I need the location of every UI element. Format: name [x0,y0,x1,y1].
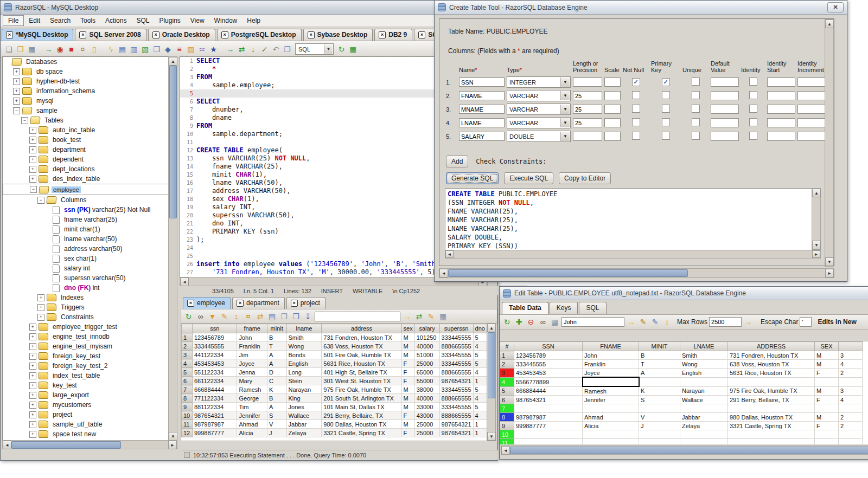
close-tab-icon[interactable]: × [187,300,194,307]
tree-vscrollbar[interactable]: ▲ ▼ [168,56,177,441]
cell[interactable]: K [639,386,680,396]
tree-item-space-test-new[interactable]: +space test new [3,429,169,439]
cell[interactable] [583,404,639,413]
tree-item-salary-int[interactable]: salary int [3,263,169,273]
result-row-8[interactable]: 8771122334GeorgeBKing201 South St, Arlin… [182,394,487,403]
edit-row-11[interactable]: 11 [500,439,863,445]
cell[interactable]: 333445555 [439,385,473,394]
filter-results-icon[interactable]: ▼ [207,311,218,321]
cell[interactable]: M [815,413,839,422]
cell[interactable] [815,439,839,445]
cell[interactable]: Joyce [583,369,639,378]
length-input[interactable] [573,118,602,127]
expand-icon[interactable]: + [29,127,36,134]
cell[interactable]: 980 Dallas, Houston TX [728,413,815,422]
cell[interactable]: 291 Berry, Bellaire, TX [728,396,815,404]
cell[interactable]: M [401,403,414,411]
refresh-icon[interactable]: ↻ [502,317,512,327]
tree-item-ssn-pk-[interactable]: ssn (PK) varchar(25) Not Null [3,205,169,215]
identity-increment-input[interactable] [797,118,828,127]
cell[interactable]: Jabbar [680,413,728,422]
results-table-icon[interactable]: ▦ [348,44,358,54]
conn-tab-sql-server-2008[interactable]: ×SQL Server 2008 [75,29,146,41]
identity-start-input[interactable] [767,77,795,87]
scroll-right-arrow[interactable]: ► [812,250,820,258]
cell[interactable]: Ramesh [237,385,267,394]
fetch-down-icon[interactable]: ↓ [248,44,258,54]
save-edits-icon[interactable]: ▦ [550,317,560,327]
cell[interactable]: 551122334 [192,368,237,377]
default-value-input[interactable] [711,132,739,141]
cell[interactable]: A [639,369,680,378]
cell[interactable]: 5631 Rice, Houston TX [322,359,401,368]
row-number[interactable]: 2 [182,342,193,351]
generate-sql-button[interactable]: Generate SQL [446,172,499,184]
cell[interactable]: 40000 [414,394,439,403]
result-col-fname[interactable]: fname [237,324,267,333]
cell[interactable]: B [639,351,680,360]
close-tab-icon[interactable]: × [221,31,228,38]
connection-key-icon[interactable]: ¤ [78,44,88,54]
create-dialog-titlebar[interactable]: Create Table Tool - RazorSQL Database En… [435,1,847,15]
row-number[interactable]: 3 [182,351,193,359]
cell[interactable] [839,377,863,386]
cell[interactable] [815,430,839,439]
cell[interactable]: Smith [286,333,322,342]
lightning-icon[interactable]: ϟ [106,44,116,54]
sort-rows-icon[interactable]: ↕ [231,311,241,321]
identity-checkbox[interactable] [749,105,757,113]
cell[interactable] [583,430,639,439]
cell[interactable]: 987654321 [439,420,473,429]
menu-sql[interactable]: SQL [131,16,154,25]
row-number[interactable]: 3 [500,369,514,378]
close-tab-icon[interactable]: × [152,31,159,38]
results-vscrollbar[interactable]: ▲ ▼ [487,323,496,441]
cell[interactable]: 2 [839,369,863,378]
expand-icon[interactable]: + [29,421,36,428]
default-value-input[interactable] [711,105,739,114]
menu-window[interactable]: Window [209,16,242,25]
edit-cell-icon[interactable]: ✎ [219,311,229,321]
cell[interactable]: Ramesh [583,386,639,396]
connect-db-icon[interactable]: → [43,44,54,54]
execute-forward-icon[interactable]: → [225,44,235,54]
cell[interactable] [728,377,815,386]
cell[interactable]: 5 [473,359,487,368]
cell[interactable]: Tim [237,403,267,411]
column-name-input[interactable] [459,91,505,100]
cell[interactable]: 731 Fondren, Houston TX [322,333,401,342]
cell[interactable]: 666884444 [514,386,583,396]
result-row-2[interactable]: 2333445555FranklinTWong638 Voss, Houston… [182,342,487,351]
identity-checkbox[interactable] [749,91,757,99]
result-grid[interactable]: ssnfnameminitlnameaddresssexsalarysupers… [181,324,487,437]
cell[interactable]: 301 West St. Houston TX [322,377,401,385]
export-results-icon[interactable]: ↧ [303,311,313,321]
cell[interactable]: K [267,385,286,394]
primary-key-checkbox[interactable] [662,91,670,99]
row-number[interactable]: 8 [182,394,193,403]
cell[interactable]: 980 Dallas, Houston TX [322,420,401,429]
primary-key-checkbox[interactable] [662,118,670,126]
cell[interactable] [839,404,863,413]
query-builder-icon[interactable]: ▨ [186,44,196,54]
expand-icon[interactable]: + [29,156,36,163]
row-number[interactable]: 4 [182,359,193,368]
result-row-1[interactable]: 1123456789JohnBSmith731 Fondren, Houston… [182,333,487,342]
cell[interactable] [815,377,839,386]
copy-to-editor-button[interactable]: Copy to Editor [559,172,611,184]
not-null-checkbox[interactable] [632,132,640,140]
cell[interactable]: J [639,422,680,430]
cell[interactable]: 771122334 [192,394,237,403]
cell[interactable]: King [286,394,322,403]
transpose-icon[interactable]: ⇄ [255,311,265,321]
chevron-down-icon[interactable]: ▼ [560,77,570,87]
row-number[interactable]: 11 [500,439,514,445]
default-value-input[interactable] [711,91,739,100]
cell[interactable] [728,404,815,413]
cell[interactable]: 975 Fire Oak, Humble TX [728,386,815,396]
cell[interactable]: Franklin [583,360,639,369]
menu-help[interactable]: Help [242,16,265,25]
cell[interactable]: 501 Fire Oak, Humble TX [322,351,401,359]
tree-item-book-test[interactable]: +book_test [3,135,169,145]
identity-checkbox[interactable] [749,77,757,86]
